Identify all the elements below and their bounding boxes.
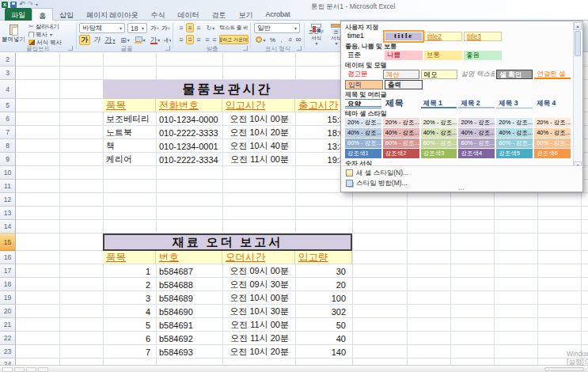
undo-icon[interactable]: ↶: [19, 1, 25, 8]
cell[interactable]: 노트북: [103, 126, 156, 139]
row-header[interactable]: 18: [0, 278, 16, 291]
style-item[interactable]: 20% - 강조...: [345, 118, 381, 127]
row-header[interactable]: 20: [0, 305, 16, 318]
qat-customize-arrow-icon[interactable]: ▾: [36, 2, 38, 7]
row-header[interactable]: 15: [0, 233, 16, 251]
copy-button[interactable]: 복사: [26, 31, 74, 38]
style-item[interactable]: 계산: [383, 70, 419, 79]
style-item[interactable]: 20% - 강조...: [421, 118, 457, 127]
cell[interactable]: 20: [295, 278, 352, 291]
cell[interactable]: 오전 10시 40분: [222, 139, 295, 153]
style-item[interactable]: 설명 텍스트: [459, 70, 495, 79]
cell[interactable]: 7: [103, 345, 156, 359]
style-item[interactable]: time1: [345, 32, 383, 41]
gallery-menu-item[interactable]: 새 셀 스타일(N)...: [342, 168, 582, 178]
gallery-scrollbar[interactable]: ▲ ▼: [573, 22, 582, 169]
style-item[interactable]: 요약: [345, 99, 381, 108]
cell[interactable]: b584691: [156, 318, 222, 332]
align-middle-button[interactable]: [186, 23, 194, 32]
row-header[interactable]: 14: [0, 220, 16, 233]
style-item[interactable]: title3: [464, 32, 502, 41]
style-item[interactable]: 강조색3: [421, 149, 457, 158]
row-header[interactable]: 23: [0, 345, 16, 359]
row-header[interactable]: 3: [0, 66, 16, 80]
style-item[interactable]: 20% - 강조...: [534, 118, 571, 127]
style-item[interactable]: 제목 1: [421, 99, 457, 108]
cell[interactable]: 6: [103, 332, 156, 345]
orientation-button[interactable]: [204, 23, 217, 32]
align-bottom-button[interactable]: [195, 23, 203, 32]
number-format-select[interactable]: 일반: [254, 23, 300, 33]
percent-format-button[interactable]: %: [268, 35, 277, 44]
clipboard-dialog-launcher-icon[interactable]: [68, 46, 73, 51]
style-item[interactable]: 좋음: [464, 51, 502, 60]
gallery-resize-grip[interactable]: •••: [341, 188, 582, 192]
shrink-font-button[interactable]: 가˅: [161, 23, 171, 33]
decrease-decimal-button[interactable]: 00: [294, 35, 302, 44]
cell[interactable]: 5: [103, 318, 156, 332]
cell[interactable]: b584690: [156, 305, 222, 318]
row-header[interactable]: 5: [0, 99, 16, 112]
redo-icon[interactable]: ↷: [28, 1, 34, 8]
ribbon-tab[interactable]: 파일: [5, 8, 32, 21]
cell[interactable]: b584687: [156, 264, 222, 278]
cell[interactable]: 4: [103, 305, 156, 318]
column-header-cell[interactable]: 오더시간: [222, 251, 295, 264]
row-header[interactable]: 17: [0, 264, 16, 278]
underline-button[interactable]: 가: [103, 35, 117, 45]
cell[interactable]: 오전 11시 00분: [222, 153, 295, 166]
table-title[interactable]: 재료 오더 보고서: [103, 233, 352, 251]
sheet-tab[interactable]: [14, 367, 25, 372]
style-item[interactable]: 40% - 강조...: [534, 128, 571, 138]
ribbon-tab[interactable]: 페이지 레이아웃: [80, 8, 145, 21]
style-item[interactable]: 연결된 셀: [534, 70, 571, 79]
style-item[interactable]: 제목 2: [458, 99, 495, 108]
row-header[interactable]: 12: [0, 193, 16, 207]
style-item[interactable]: 60% - 강조...: [383, 139, 419, 148]
row-header[interactable]: 4: [0, 80, 16, 99]
column-header-cell[interactable]: 입고시간: [222, 99, 295, 112]
style-item[interactable]: 20% - 강조...: [458, 118, 495, 127]
bold-button[interactable]: 가: [79, 35, 90, 45]
row-header[interactable]: 21: [0, 318, 16, 332]
cell[interactable]: 40: [295, 332, 352, 345]
sheet-tab[interactable]: [38, 367, 48, 372]
cell[interactable]: 오전 10시 00분: [222, 112, 295, 126]
ribbon-tab[interactable]: 수식: [145, 8, 172, 21]
paste-button[interactable]: 붙여넣기: [2, 23, 25, 44]
style-item[interactable]: 40% - 강조...: [383, 128, 419, 138]
cell[interactable]: 오전 10시 20분: [222, 345, 295, 359]
column-header-cell[interactable]: 전화번호: [156, 99, 222, 112]
phonetic-button[interactable]: 내: [163, 35, 172, 45]
style-item[interactable]: 60% - 강조...: [534, 139, 571, 148]
cell[interactable]: 010-2222-3333: [156, 126, 222, 139]
scroll-up-icon[interactable]: ▲: [574, 22, 582, 30]
cut-button[interactable]: 잘라내기: [26, 23, 74, 30]
row-header[interactable]: 16: [0, 251, 16, 264]
column-header-cell[interactable]: 품목: [103, 251, 156, 264]
style-item[interactable]: 20% - 강조...: [383, 118, 419, 127]
cell[interactable]: 케리어: [103, 153, 156, 166]
save-icon[interactable]: [10, 2, 17, 8]
cell[interactable]: b584688: [156, 278, 222, 291]
align-top-button[interactable]: [177, 23, 185, 32]
cell[interactable]: 오전 11시 20분: [222, 332, 295, 345]
style-item[interactable]: 나쁨: [385, 51, 423, 60]
increase-indent-button[interactable]: [211, 35, 218, 44]
style-item[interactable]: 표준: [345, 51, 383, 60]
cell[interactable]: 010-1234-0000: [156, 112, 222, 126]
style-item[interactable]: 60% - 강조...: [345, 139, 381, 148]
align-center-button[interactable]: [186, 35, 194, 44]
style-item[interactable]: 제목 3: [496, 99, 533, 108]
style-item[interactable]: 셀 확인: [496, 70, 533, 79]
ribbon-tab[interactable]: 삽입: [53, 8, 80, 21]
cell[interactable]: 보조베터리: [103, 112, 156, 126]
style-item[interactable]: 강조색2: [383, 149, 419, 158]
style-item[interactable]: 강조색6: [534, 149, 571, 158]
style-item[interactable]: 출력: [385, 80, 423, 89]
sheet-tab[interactable]: [2, 367, 13, 372]
column-header-cell[interactable]: 번호: [156, 251, 222, 264]
row-header[interactable]: 19: [0, 291, 16, 305]
font-dialog-launcher-icon[interactable]: [165, 46, 170, 51]
cell[interactable]: 140: [295, 345, 352, 359]
